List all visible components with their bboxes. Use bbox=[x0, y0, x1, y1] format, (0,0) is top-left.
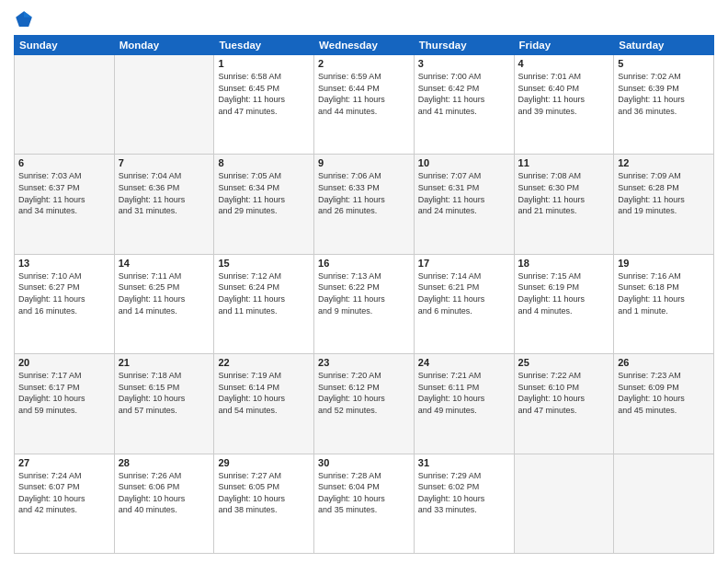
day-info: Sunrise: 7:04 AM Sunset: 6:36 PM Dayligh… bbox=[119, 170, 210, 216]
calendar-cell: 29Sunrise: 7:27 AM Sunset: 6:05 PM Dayli… bbox=[214, 454, 314, 553]
day-number: 3 bbox=[418, 58, 510, 69]
day-info: Sunrise: 7:00 AM Sunset: 6:42 PM Dayligh… bbox=[418, 71, 510, 117]
calendar-cell: 11Sunrise: 7:08 AM Sunset: 6:30 PM Dayli… bbox=[514, 155, 614, 254]
calendar-week-row: 27Sunrise: 7:24 AM Sunset: 6:07 PM Dayli… bbox=[15, 454, 714, 553]
day-number: 13 bbox=[18, 258, 110, 269]
day-info: Sunrise: 7:24 AM Sunset: 6:07 PM Dayligh… bbox=[18, 470, 110, 516]
day-number: 28 bbox=[119, 457, 210, 468]
day-info: Sunrise: 7:23 AM Sunset: 6:09 PM Dayligh… bbox=[618, 370, 710, 416]
calendar-cell: 19Sunrise: 7:16 AM Sunset: 6:18 PM Dayli… bbox=[614, 254, 714, 353]
calendar-cell: 7Sunrise: 7:04 AM Sunset: 6:36 PM Daylig… bbox=[114, 155, 214, 254]
weekday-header: Wednesday bbox=[314, 36, 415, 55]
weekday-header: Saturday bbox=[614, 36, 714, 55]
day-info: Sunrise: 7:26 AM Sunset: 6:06 PM Dayligh… bbox=[119, 470, 210, 516]
day-number: 10 bbox=[418, 157, 510, 168]
logo-icon bbox=[14, 9, 34, 29]
day-number: 18 bbox=[518, 258, 610, 269]
day-info: Sunrise: 7:03 AM Sunset: 6:37 PM Dayligh… bbox=[18, 170, 110, 216]
day-number: 9 bbox=[318, 157, 410, 168]
day-info: Sunrise: 7:29 AM Sunset: 6:02 PM Dayligh… bbox=[418, 470, 510, 516]
day-info: Sunrise: 7:10 AM Sunset: 6:27 PM Dayligh… bbox=[18, 270, 110, 316]
day-number: 8 bbox=[218, 157, 310, 168]
day-info: Sunrise: 7:19 AM Sunset: 6:14 PM Dayligh… bbox=[218, 370, 310, 416]
day-info: Sunrise: 7:15 AM Sunset: 6:19 PM Dayligh… bbox=[518, 270, 610, 316]
day-info: Sunrise: 7:02 AM Sunset: 6:39 PM Dayligh… bbox=[618, 71, 710, 117]
day-number: 31 bbox=[418, 457, 510, 468]
day-info: Sunrise: 7:08 AM Sunset: 6:30 PM Dayligh… bbox=[518, 170, 610, 216]
calendar-cell bbox=[614, 454, 714, 553]
day-number: 23 bbox=[318, 357, 410, 368]
calendar-table: SundayMondayTuesdayWednesdayThursdayFrid… bbox=[14, 35, 714, 554]
day-info: Sunrise: 7:05 AM Sunset: 6:34 PM Dayligh… bbox=[218, 170, 310, 216]
day-number: 11 bbox=[518, 157, 610, 168]
calendar-cell: 14Sunrise: 7:11 AM Sunset: 6:25 PM Dayli… bbox=[114, 254, 214, 353]
calendar-cell: 1Sunrise: 6:58 AM Sunset: 6:45 PM Daylig… bbox=[214, 55, 314, 155]
day-info: Sunrise: 7:12 AM Sunset: 6:24 PM Dayligh… bbox=[218, 270, 310, 316]
calendar-cell: 31Sunrise: 7:29 AM Sunset: 6:02 PM Dayli… bbox=[414, 454, 514, 553]
calendar-cell bbox=[114, 55, 214, 155]
calendar-cell: 30Sunrise: 7:28 AM Sunset: 6:04 PM Dayli… bbox=[314, 454, 415, 553]
day-number: 25 bbox=[518, 357, 610, 368]
calendar-cell: 10Sunrise: 7:07 AM Sunset: 6:31 PM Dayli… bbox=[414, 155, 514, 254]
calendar-cell: 8Sunrise: 7:05 AM Sunset: 6:34 PM Daylig… bbox=[214, 155, 314, 254]
calendar-cell: 5Sunrise: 7:02 AM Sunset: 6:39 PM Daylig… bbox=[614, 55, 714, 155]
calendar-cell: 28Sunrise: 7:26 AM Sunset: 6:06 PM Dayli… bbox=[114, 454, 214, 553]
day-info: Sunrise: 7:06 AM Sunset: 6:33 PM Dayligh… bbox=[318, 170, 410, 216]
day-number: 14 bbox=[119, 258, 210, 269]
calendar-cell: 13Sunrise: 7:10 AM Sunset: 6:27 PM Dayli… bbox=[15, 254, 115, 353]
calendar-cell: 23Sunrise: 7:20 AM Sunset: 6:12 PM Dayli… bbox=[314, 354, 415, 454]
day-info: Sunrise: 7:20 AM Sunset: 6:12 PM Dayligh… bbox=[318, 370, 410, 416]
calendar-cell: 27Sunrise: 7:24 AM Sunset: 6:07 PM Dayli… bbox=[15, 454, 115, 553]
weekday-header: Sunday bbox=[15, 36, 115, 55]
day-number: 6 bbox=[18, 157, 110, 168]
calendar-cell: 26Sunrise: 7:23 AM Sunset: 6:09 PM Dayli… bbox=[614, 354, 714, 454]
day-number: 27 bbox=[18, 457, 110, 468]
day-info: Sunrise: 7:16 AM Sunset: 6:18 PM Dayligh… bbox=[618, 270, 710, 316]
day-number: 16 bbox=[318, 258, 410, 269]
calendar-cell: 2Sunrise: 6:59 AM Sunset: 6:44 PM Daylig… bbox=[314, 55, 415, 155]
day-info: Sunrise: 7:27 AM Sunset: 6:05 PM Dayligh… bbox=[218, 470, 310, 516]
day-number: 21 bbox=[119, 357, 210, 368]
calendar-cell: 6Sunrise: 7:03 AM Sunset: 6:37 PM Daylig… bbox=[15, 155, 115, 254]
calendar-cell: 4Sunrise: 7:01 AM Sunset: 6:40 PM Daylig… bbox=[514, 55, 614, 155]
calendar-week-row: 1Sunrise: 6:58 AM Sunset: 6:45 PM Daylig… bbox=[15, 55, 714, 155]
day-number: 17 bbox=[418, 258, 510, 269]
day-number: 2 bbox=[318, 58, 410, 69]
day-info: Sunrise: 7:13 AM Sunset: 6:22 PM Dayligh… bbox=[318, 270, 410, 316]
day-number: 4 bbox=[518, 58, 610, 69]
calendar-cell: 21Sunrise: 7:18 AM Sunset: 6:15 PM Dayli… bbox=[114, 354, 214, 454]
day-info: Sunrise: 6:59 AM Sunset: 6:44 PM Dayligh… bbox=[318, 71, 410, 117]
calendar-cell: 22Sunrise: 7:19 AM Sunset: 6:14 PM Dayli… bbox=[214, 354, 314, 454]
calendar-cell: 24Sunrise: 7:21 AM Sunset: 6:11 PM Dayli… bbox=[414, 354, 514, 454]
calendar-cell: 12Sunrise: 7:09 AM Sunset: 6:28 PM Dayli… bbox=[614, 155, 714, 254]
calendar-cell: 15Sunrise: 7:12 AM Sunset: 6:24 PM Dayli… bbox=[214, 254, 314, 353]
calendar-cell: 18Sunrise: 7:15 AM Sunset: 6:19 PM Dayli… bbox=[514, 254, 614, 353]
calendar-cell: 25Sunrise: 7:22 AM Sunset: 6:10 PM Dayli… bbox=[514, 354, 614, 454]
day-info: Sunrise: 7:01 AM Sunset: 6:40 PM Dayligh… bbox=[518, 71, 610, 117]
day-number: 19 bbox=[618, 258, 710, 269]
calendar-header-row: SundayMondayTuesdayWednesdayThursdayFrid… bbox=[15, 36, 714, 55]
calendar-cell: 16Sunrise: 7:13 AM Sunset: 6:22 PM Dayli… bbox=[314, 254, 415, 353]
weekday-header: Friday bbox=[514, 36, 614, 55]
day-number: 12 bbox=[618, 157, 710, 168]
calendar-week-row: 13Sunrise: 7:10 AM Sunset: 6:27 PM Dayli… bbox=[15, 254, 714, 353]
calendar-week-row: 20Sunrise: 7:17 AM Sunset: 6:17 PM Dayli… bbox=[15, 354, 714, 454]
calendar-cell bbox=[514, 454, 614, 553]
day-info: Sunrise: 7:11 AM Sunset: 6:25 PM Dayligh… bbox=[119, 270, 210, 316]
day-number: 20 bbox=[18, 357, 110, 368]
calendar-cell: 3Sunrise: 7:00 AM Sunset: 6:42 PM Daylig… bbox=[414, 55, 514, 155]
day-number: 15 bbox=[218, 258, 310, 269]
calendar-cell: 20Sunrise: 7:17 AM Sunset: 6:17 PM Dayli… bbox=[15, 354, 115, 454]
day-info: Sunrise: 7:28 AM Sunset: 6:04 PM Dayligh… bbox=[318, 470, 410, 516]
day-number: 5 bbox=[618, 58, 710, 69]
day-info: Sunrise: 7:22 AM Sunset: 6:10 PM Dayligh… bbox=[518, 370, 610, 416]
weekday-header: Monday bbox=[114, 36, 214, 55]
day-info: Sunrise: 7:09 AM Sunset: 6:28 PM Dayligh… bbox=[618, 170, 710, 216]
day-number: 7 bbox=[119, 157, 210, 168]
day-number: 24 bbox=[418, 357, 510, 368]
page: SundayMondayTuesdayWednesdayThursdayFrid… bbox=[0, 0, 728, 563]
calendar-cell: 17Sunrise: 7:14 AM Sunset: 6:21 PM Dayli… bbox=[414, 254, 514, 353]
calendar-cell bbox=[15, 55, 115, 155]
day-info: Sunrise: 7:07 AM Sunset: 6:31 PM Dayligh… bbox=[418, 170, 510, 216]
day-number: 22 bbox=[218, 357, 310, 368]
